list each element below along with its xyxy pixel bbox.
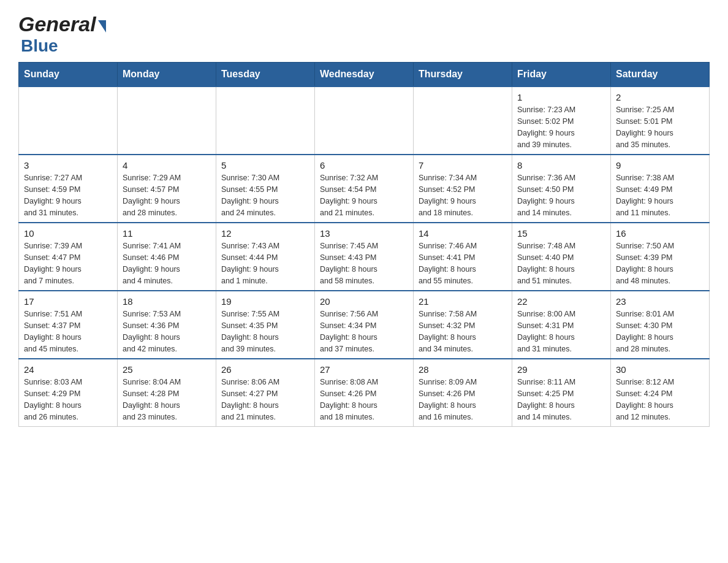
day-number: 10 xyxy=(24,228,112,239)
calendar-cell: 18Sunrise: 7:53 AMSunset: 4:36 PMDayligh… xyxy=(118,291,216,359)
day-info: Sunrise: 7:38 AMSunset: 4:49 PMDaylight:… xyxy=(616,172,704,218)
calendar-cell: 15Sunrise: 7:48 AMSunset: 4:40 PMDayligh… xyxy=(512,223,611,291)
calendar-cell: 24Sunrise: 8:03 AMSunset: 4:29 PMDayligh… xyxy=(19,359,118,427)
day-info: Sunrise: 7:34 AMSunset: 4:52 PMDaylight:… xyxy=(419,172,507,218)
weekday-header-tuesday: Tuesday xyxy=(216,63,315,87)
calendar-cell: 5Sunrise: 7:30 AMSunset: 4:55 PMDaylight… xyxy=(216,155,315,223)
calendar-cell xyxy=(315,86,414,155)
day-number: 27 xyxy=(320,364,408,375)
calendar-cell: 8Sunrise: 7:36 AMSunset: 4:50 PMDaylight… xyxy=(512,155,611,223)
calendar-cell xyxy=(414,86,512,155)
logo: General Blue xyxy=(18,12,106,56)
calendar-cell: 17Sunrise: 7:51 AMSunset: 4:37 PMDayligh… xyxy=(19,291,118,359)
logo-general-text: General xyxy=(18,12,96,36)
calendar-cell: 20Sunrise: 7:56 AMSunset: 4:34 PMDayligh… xyxy=(315,291,414,359)
week-row-4: 17Sunrise: 7:51 AMSunset: 4:37 PMDayligh… xyxy=(19,291,710,359)
day-number: 2 xyxy=(616,92,704,102)
day-info: Sunrise: 7:30 AMSunset: 4:55 PMDaylight:… xyxy=(221,172,309,218)
calendar-cell: 19Sunrise: 7:55 AMSunset: 4:35 PMDayligh… xyxy=(216,291,315,359)
day-number: 23 xyxy=(616,296,704,307)
calendar-cell: 7Sunrise: 7:34 AMSunset: 4:52 PMDaylight… xyxy=(414,155,512,223)
day-number: 4 xyxy=(123,160,211,170)
logo-triangle-icon xyxy=(98,20,106,33)
day-info: Sunrise: 8:11 AMSunset: 4:25 PMDaylight:… xyxy=(517,377,605,423)
weekday-header-row: SundayMondayTuesdayWednesdayThursdayFrid… xyxy=(19,63,710,87)
day-number: 14 xyxy=(419,228,507,239)
calendar-cell: 26Sunrise: 8:06 AMSunset: 4:27 PMDayligh… xyxy=(216,359,315,427)
day-info: Sunrise: 7:46 AMSunset: 4:41 PMDaylight:… xyxy=(419,240,507,286)
calendar-cell: 1Sunrise: 7:23 AMSunset: 5:02 PMDaylight… xyxy=(512,86,611,155)
day-number: 8 xyxy=(517,160,605,170)
calendar-cell: 12Sunrise: 7:43 AMSunset: 4:44 PMDayligh… xyxy=(216,223,315,291)
day-number: 21 xyxy=(419,296,507,307)
day-number: 22 xyxy=(517,296,605,307)
calendar-cell: 14Sunrise: 7:46 AMSunset: 4:41 PMDayligh… xyxy=(414,223,512,291)
weekday-header-monday: Monday xyxy=(118,63,216,87)
day-info: Sunrise: 8:08 AMSunset: 4:26 PMDaylight:… xyxy=(320,377,408,423)
day-info: Sunrise: 7:50 AMSunset: 4:39 PMDaylight:… xyxy=(616,240,704,286)
calendar-cell: 16Sunrise: 7:50 AMSunset: 4:39 PMDayligh… xyxy=(611,223,710,291)
weekday-header-thursday: Thursday xyxy=(414,63,512,87)
calendar-cell: 28Sunrise: 8:09 AMSunset: 4:26 PMDayligh… xyxy=(414,359,512,427)
day-number: 1 xyxy=(517,92,605,102)
calendar-cell: 9Sunrise: 7:38 AMSunset: 4:49 PMDaylight… xyxy=(611,155,710,223)
calendar-cell: 23Sunrise: 8:01 AMSunset: 4:30 PMDayligh… xyxy=(611,291,710,359)
day-info: Sunrise: 7:41 AMSunset: 4:46 PMDaylight:… xyxy=(123,240,211,286)
calendar-cell xyxy=(118,86,216,155)
logo-blue-text: Blue xyxy=(21,36,58,55)
day-info: Sunrise: 7:51 AMSunset: 4:37 PMDaylight:… xyxy=(24,308,112,354)
day-info: Sunrise: 8:09 AMSunset: 4:26 PMDaylight:… xyxy=(419,377,507,423)
day-number: 6 xyxy=(320,160,408,170)
day-number: 30 xyxy=(616,364,704,375)
page-header: General Blue xyxy=(18,12,710,56)
day-info: Sunrise: 7:53 AMSunset: 4:36 PMDaylight:… xyxy=(123,308,211,354)
week-row-3: 10Sunrise: 7:39 AMSunset: 4:47 PMDayligh… xyxy=(19,223,710,291)
day-info: Sunrise: 8:00 AMSunset: 4:31 PMDaylight:… xyxy=(517,308,605,354)
day-info: Sunrise: 7:36 AMSunset: 4:50 PMDaylight:… xyxy=(517,172,605,218)
calendar-cell xyxy=(216,86,315,155)
week-row-1: 1Sunrise: 7:23 AMSunset: 5:02 PMDaylight… xyxy=(19,86,710,155)
day-info: Sunrise: 7:58 AMSunset: 4:32 PMDaylight:… xyxy=(419,308,507,354)
day-number: 24 xyxy=(24,364,112,375)
day-info: Sunrise: 7:45 AMSunset: 4:43 PMDaylight:… xyxy=(320,240,408,286)
day-number: 29 xyxy=(517,364,605,375)
calendar-cell: 6Sunrise: 7:32 AMSunset: 4:54 PMDaylight… xyxy=(315,155,414,223)
calendar-cell: 30Sunrise: 8:12 AMSunset: 4:24 PMDayligh… xyxy=(611,359,710,427)
calendar-cell: 22Sunrise: 8:00 AMSunset: 4:31 PMDayligh… xyxy=(512,291,611,359)
day-info: Sunrise: 7:43 AMSunset: 4:44 PMDaylight:… xyxy=(221,240,309,286)
day-number: 5 xyxy=(221,160,309,170)
day-number: 9 xyxy=(616,160,704,170)
day-info: Sunrise: 7:55 AMSunset: 4:35 PMDaylight:… xyxy=(221,308,309,354)
day-info: Sunrise: 8:01 AMSunset: 4:30 PMDaylight:… xyxy=(616,308,704,354)
calendar-cell: 27Sunrise: 8:08 AMSunset: 4:26 PMDayligh… xyxy=(315,359,414,427)
day-info: Sunrise: 7:56 AMSunset: 4:34 PMDaylight:… xyxy=(320,308,408,354)
calendar-cell: 25Sunrise: 8:04 AMSunset: 4:28 PMDayligh… xyxy=(118,359,216,427)
week-row-2: 3Sunrise: 7:27 AMSunset: 4:59 PMDaylight… xyxy=(19,155,710,223)
day-number: 17 xyxy=(24,296,112,307)
day-number: 11 xyxy=(123,228,211,239)
day-info: Sunrise: 8:06 AMSunset: 4:27 PMDaylight:… xyxy=(221,377,309,423)
weekday-header-friday: Friday xyxy=(512,63,611,87)
day-number: 26 xyxy=(221,364,309,375)
weekday-header-sunday: Sunday xyxy=(19,63,118,87)
day-info: Sunrise: 7:48 AMSunset: 4:40 PMDaylight:… xyxy=(517,240,605,286)
calendar-cell: 29Sunrise: 8:11 AMSunset: 4:25 PMDayligh… xyxy=(512,359,611,427)
calendar-cell: 4Sunrise: 7:29 AMSunset: 4:57 PMDaylight… xyxy=(118,155,216,223)
day-number: 15 xyxy=(517,228,605,239)
day-number: 18 xyxy=(123,296,211,307)
calendar-cell: 21Sunrise: 7:58 AMSunset: 4:32 PMDayligh… xyxy=(414,291,512,359)
day-info: Sunrise: 7:25 AMSunset: 5:01 PMDaylight:… xyxy=(616,104,704,150)
day-number: 25 xyxy=(123,364,211,375)
day-number: 28 xyxy=(419,364,507,375)
calendar-cell: 11Sunrise: 7:41 AMSunset: 4:46 PMDayligh… xyxy=(118,223,216,291)
day-info: Sunrise: 7:23 AMSunset: 5:02 PMDaylight:… xyxy=(517,104,605,150)
day-number: 16 xyxy=(616,228,704,239)
day-info: Sunrise: 8:03 AMSunset: 4:29 PMDaylight:… xyxy=(24,377,112,423)
calendar-table: SundayMondayTuesdayWednesdayThursdayFrid… xyxy=(18,62,710,427)
calendar-cell: 13Sunrise: 7:45 AMSunset: 4:43 PMDayligh… xyxy=(315,223,414,291)
day-number: 3 xyxy=(24,160,112,170)
day-info: Sunrise: 7:39 AMSunset: 4:47 PMDaylight:… xyxy=(24,240,112,286)
calendar-cell xyxy=(19,86,118,155)
day-info: Sunrise: 7:32 AMSunset: 4:54 PMDaylight:… xyxy=(320,172,408,218)
weekday-header-wednesday: Wednesday xyxy=(315,63,414,87)
